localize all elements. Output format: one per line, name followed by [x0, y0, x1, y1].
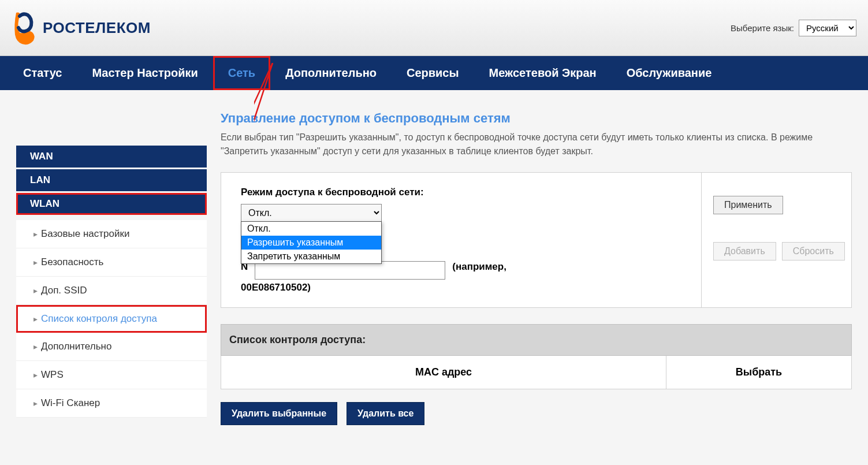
sidebar-item-ssid[interactable]: ▸Доп. SSID: [16, 277, 207, 305]
action-row: Удалить выбранные Удалить все: [221, 402, 852, 425]
mode-dropdown: Откл. Разрешить указанным Запретить указ…: [241, 221, 382, 264]
sidebar-wan[interactable]: WAN: [16, 146, 207, 168]
mode-option-off[interactable]: Откл.: [241, 222, 381, 236]
main-nav: Статус Мастер Настройки Сеть Дополнитель…: [0, 56, 868, 90]
page-title: Управление доступом к беспроводным сетям: [221, 111, 852, 126]
mode-option-deny[interactable]: Запретить указанным: [241, 250, 381, 263]
col-header-select: Выбрать: [666, 356, 851, 389]
col-header-mac: MAC адрес: [221, 356, 666, 389]
chevron-icon: ▸: [33, 286, 38, 295]
language-switcher: Выберите язык: Русский: [731, 20, 856, 36]
sidebar-item-advanced[interactable]: ▸Дополнительно: [16, 333, 207, 361]
chevron-icon: ▸: [33, 399, 38, 408]
delete-selected-button[interactable]: Удалить выбранные: [221, 402, 337, 425]
logo-icon: [12, 7, 37, 49]
logo: РОСТЕЛЕКОМ: [12, 7, 151, 49]
example-label: (например,: [452, 261, 506, 273]
nav-advanced[interactable]: Дополнительно: [270, 56, 392, 90]
nav-wizard[interactable]: Мастер Настройки: [77, 56, 213, 90]
form-block: Режим доступа к беспроводной сети: Откл.…: [221, 172, 852, 308]
nav-status[interactable]: Статус: [8, 56, 77, 90]
sidebar-item-security[interactable]: ▸Безопасность: [16, 248, 207, 277]
chevron-icon: ▸: [33, 370, 38, 380]
language-select[interactable]: Русский: [799, 20, 856, 36]
nav-services[interactable]: Сервисы: [392, 56, 474, 90]
sidebar-lan[interactable]: LAN: [16, 169, 207, 191]
page-description: Если выбран тип "Разрешить указанным", т…: [221, 131, 852, 158]
form-right: Применить Добавить Сбросить: [701, 173, 851, 307]
sidebar-sublist: ▸Базовые настройки ▸Безопасность ▸Доп. S…: [16, 217, 207, 421]
sidebar-item-wps[interactable]: ▸WPS: [16, 361, 207, 389]
logo-text: РОСТЕЛЕКОМ: [43, 19, 151, 37]
chevron-icon: ▸: [33, 314, 38, 323]
reset-button[interactable]: Сбросить: [782, 242, 845, 261]
nav-firewall[interactable]: Межсетевой Экран: [474, 56, 612, 90]
language-label: Выберите язык:: [731, 23, 794, 33]
sidebar-item-basic[interactable]: ▸Базовые настройки: [16, 220, 207, 248]
nav-network[interactable]: Сеть: [213, 56, 270, 90]
delete-all-button[interactable]: Удалить все: [347, 402, 424, 425]
example-value: 00E086710502): [241, 282, 690, 293]
chevron-icon: ▸: [33, 229, 38, 239]
chevron-icon: ▸: [33, 258, 38, 267]
sidebar-item-acl[interactable]: ▸Список контроля доступа: [16, 305, 207, 333]
add-button[interactable]: Добавить: [713, 242, 776, 261]
mode-option-allow[interactable]: Разрешить указанным: [241, 236, 381, 250]
mode-select[interactable]: Откл.: [241, 204, 382, 222]
nav-maintenance[interactable]: Обслуживание: [612, 56, 727, 90]
acl-title: Список контроля доступа:: [221, 324, 852, 356]
acl-table: MAC адрес Выбрать: [221, 356, 852, 389]
apply-button[interactable]: Применить: [713, 196, 783, 214]
sidebar-wlan[interactable]: WLAN: [16, 193, 207, 215]
form-left: Режим доступа к беспроводной сети: Откл.…: [221, 173, 701, 307]
chevron-icon: ▸: [33, 342, 38, 351]
sidebar: WAN LAN WLAN ▸Базовые настройки ▸Безопас…: [5, 111, 207, 425]
sidebar-item-scanner[interactable]: ▸Wi-Fi Сканер: [16, 389, 207, 418]
mode-label: Режим доступа к беспроводной сети:: [241, 187, 690, 198]
header: РОСТЕЛЕКОМ Выберите язык: Русский: [0, 0, 868, 56]
content: Управление доступом к беспроводным сетям…: [221, 111, 863, 425]
